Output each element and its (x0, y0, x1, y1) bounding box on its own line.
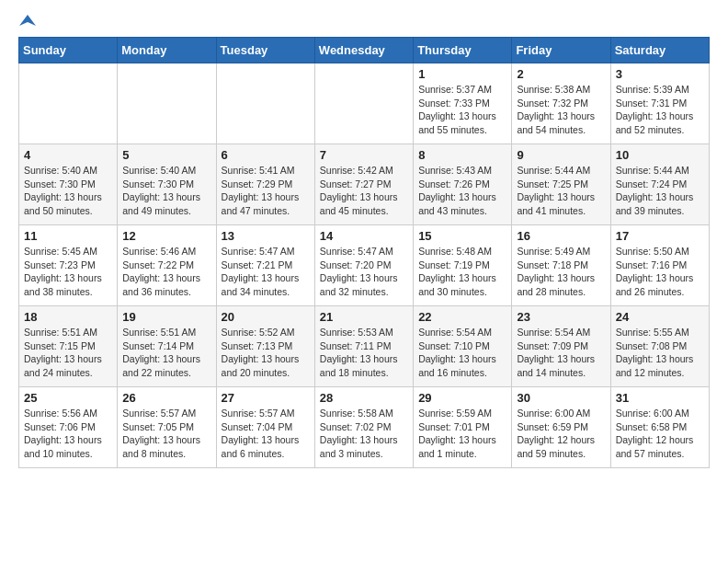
day-info: Sunrise: 5:48 AM Sunset: 7:19 PM Dayligh… (418, 245, 506, 299)
calendar-cell: 19Sunrise: 5:51 AM Sunset: 7:14 PM Dayli… (118, 306, 216, 387)
day-info: Sunrise: 5:45 AM Sunset: 7:23 PM Dayligh… (24, 245, 112, 299)
calendar-cell: 3Sunrise: 5:39 AM Sunset: 7:31 PM Daylig… (610, 63, 709, 144)
day-number: 12 (122, 229, 210, 243)
day-number: 19 (122, 310, 210, 324)
day-headers-row: SundayMondayTuesdayWednesdayThursdayFrid… (19, 38, 710, 63)
day-info: Sunrise: 6:00 AM Sunset: 6:59 PM Dayligh… (517, 407, 605, 461)
calendar-cell: 1Sunrise: 5:37 AM Sunset: 7:33 PM Daylig… (414, 63, 512, 144)
day-number: 8 (418, 148, 506, 162)
day-info: Sunrise: 5:46 AM Sunset: 7:22 PM Dayligh… (122, 245, 210, 299)
calendar-cell (19, 63, 118, 144)
day-info: Sunrise: 5:51 AM Sunset: 7:14 PM Dayligh… (122, 326, 210, 380)
day-info: Sunrise: 5:40 AM Sunset: 7:30 PM Dayligh… (24, 164, 112, 218)
day-header-saturday: Saturday (610, 38, 709, 63)
day-header-wednesday: Wednesday (314, 38, 413, 63)
day-number: 14 (320, 229, 408, 243)
day-info: Sunrise: 5:53 AM Sunset: 7:11 PM Dayligh… (320, 326, 408, 380)
calendar-cell: 15Sunrise: 5:48 AM Sunset: 7:19 PM Dayli… (414, 225, 512, 306)
calendar-cell: 21Sunrise: 5:53 AM Sunset: 7:11 PM Dayli… (314, 306, 413, 387)
day-info: Sunrise: 5:52 AM Sunset: 7:13 PM Dayligh… (222, 326, 310, 380)
day-info: Sunrise: 5:56 AM Sunset: 7:06 PM Dayligh… (24, 407, 112, 461)
day-number: 25 (24, 391, 112, 405)
day-number: 26 (122, 391, 210, 405)
svg-marker-0 (19, 15, 36, 26)
day-info: Sunrise: 5:41 AM Sunset: 7:29 PM Dayligh… (222, 164, 310, 218)
calendar-cell: 25Sunrise: 5:56 AM Sunset: 7:06 PM Dayli… (19, 387, 118, 468)
calendar-cell: 7Sunrise: 5:42 AM Sunset: 7:27 PM Daylig… (314, 144, 413, 225)
calendar-cell: 9Sunrise: 5:44 AM Sunset: 7:25 PM Daylig… (512, 144, 610, 225)
calendar-cell: 10Sunrise: 5:44 AM Sunset: 7:24 PM Dayli… (610, 144, 709, 225)
logo (18, 15, 36, 29)
day-number: 6 (222, 148, 310, 162)
calendar-cell (216, 63, 314, 144)
day-info: Sunrise: 5:38 AM Sunset: 7:32 PM Dayligh… (517, 83, 605, 137)
day-number: 27 (222, 391, 310, 405)
day-info: Sunrise: 5:59 AM Sunset: 7:01 PM Dayligh… (418, 407, 506, 461)
day-number: 15 (418, 229, 506, 243)
day-number: 23 (517, 310, 605, 324)
day-number: 29 (418, 391, 506, 405)
day-header-tuesday: Tuesday (216, 38, 314, 63)
calendar-cell: 17Sunrise: 5:50 AM Sunset: 7:16 PM Dayli… (610, 225, 709, 306)
day-info: Sunrise: 5:43 AM Sunset: 7:26 PM Dayligh… (418, 164, 506, 218)
day-info: Sunrise: 5:47 AM Sunset: 7:20 PM Dayligh… (320, 245, 408, 299)
calendar-cell: 23Sunrise: 5:54 AM Sunset: 7:09 PM Dayli… (512, 306, 610, 387)
calendar-cell: 31Sunrise: 6:00 AM Sunset: 6:58 PM Dayli… (610, 387, 709, 468)
day-info: Sunrise: 5:51 AM Sunset: 7:15 PM Dayligh… (24, 326, 112, 380)
day-info: Sunrise: 5:58 AM Sunset: 7:02 PM Dayligh… (320, 407, 408, 461)
day-info: Sunrise: 5:40 AM Sunset: 7:30 PM Dayligh… (122, 164, 210, 218)
calendar-cell: 13Sunrise: 5:47 AM Sunset: 7:21 PM Dayli… (216, 225, 314, 306)
calendar-cell: 22Sunrise: 5:54 AM Sunset: 7:10 PM Dayli… (414, 306, 512, 387)
calendar-cell: 8Sunrise: 5:43 AM Sunset: 7:26 PM Daylig… (414, 144, 512, 225)
day-info: Sunrise: 5:47 AM Sunset: 7:21 PM Dayligh… (222, 245, 310, 299)
day-info: Sunrise: 5:44 AM Sunset: 7:24 PM Dayligh… (616, 164, 704, 218)
day-number: 11 (24, 229, 112, 243)
day-header-monday: Monday (118, 38, 216, 63)
day-info: Sunrise: 5:44 AM Sunset: 7:25 PM Dayligh… (517, 164, 605, 218)
day-info: Sunrise: 5:54 AM Sunset: 7:10 PM Dayligh… (418, 326, 506, 380)
calendar-cell: 5Sunrise: 5:40 AM Sunset: 7:30 PM Daylig… (118, 144, 216, 225)
day-info: Sunrise: 5:54 AM Sunset: 7:09 PM Dayligh… (517, 326, 605, 380)
day-number: 24 (616, 310, 704, 324)
calendar-cell: 24Sunrise: 5:55 AM Sunset: 7:08 PM Dayli… (610, 306, 709, 387)
day-number: 9 (517, 148, 605, 162)
calendar-cell: 6Sunrise: 5:41 AM Sunset: 7:29 PM Daylig… (216, 144, 314, 225)
calendar-cell: 11Sunrise: 5:45 AM Sunset: 7:23 PM Dayli… (19, 225, 118, 306)
day-info: Sunrise: 5:55 AM Sunset: 7:08 PM Dayligh… (616, 326, 704, 380)
day-header-thursday: Thursday (414, 38, 512, 63)
day-number: 28 (320, 391, 408, 405)
day-number: 2 (517, 67, 605, 81)
calendar-cell: 26Sunrise: 5:57 AM Sunset: 7:05 PM Dayli… (118, 387, 216, 468)
day-info: Sunrise: 5:37 AM Sunset: 7:33 PM Dayligh… (418, 83, 506, 137)
day-number: 16 (517, 229, 605, 243)
calendar-week-1: 1Sunrise: 5:37 AM Sunset: 7:33 PM Daylig… (19, 63, 710, 144)
calendar-week-2: 4Sunrise: 5:40 AM Sunset: 7:30 PM Daylig… (19, 144, 710, 225)
day-number: 31 (616, 391, 704, 405)
header (18, 15, 710, 29)
day-number: 18 (24, 310, 112, 324)
calendar-week-4: 18Sunrise: 5:51 AM Sunset: 7:15 PM Dayli… (19, 306, 710, 387)
day-info: Sunrise: 5:49 AM Sunset: 7:18 PM Dayligh… (517, 245, 605, 299)
calendar-week-3: 11Sunrise: 5:45 AM Sunset: 7:23 PM Dayli… (19, 225, 710, 306)
calendar-cell (118, 63, 216, 144)
day-info: Sunrise: 5:50 AM Sunset: 7:16 PM Dayligh… (616, 245, 704, 299)
calendar-cell: 20Sunrise: 5:52 AM Sunset: 7:13 PM Dayli… (216, 306, 314, 387)
day-header-sunday: Sunday (19, 38, 118, 63)
calendar-cell: 16Sunrise: 5:49 AM Sunset: 7:18 PM Dayli… (512, 225, 610, 306)
day-number: 22 (418, 310, 506, 324)
calendar-cell: 28Sunrise: 5:58 AM Sunset: 7:02 PM Dayli… (314, 387, 413, 468)
day-info: Sunrise: 5:57 AM Sunset: 7:05 PM Dayligh… (122, 407, 210, 461)
calendar-cell: 4Sunrise: 5:40 AM Sunset: 7:30 PM Daylig… (19, 144, 118, 225)
day-number: 20 (222, 310, 310, 324)
calendar-cell: 2Sunrise: 5:38 AM Sunset: 7:32 PM Daylig… (512, 63, 610, 144)
calendar-table: SundayMondayTuesdayWednesdayThursdayFrid… (18, 37, 710, 468)
day-number: 7 (320, 148, 408, 162)
day-number: 4 (24, 148, 112, 162)
calendar-week-5: 25Sunrise: 5:56 AM Sunset: 7:06 PM Dayli… (19, 387, 710, 468)
day-info: Sunrise: 6:00 AM Sunset: 6:58 PM Dayligh… (616, 407, 704, 461)
day-number: 17 (616, 229, 704, 243)
day-number: 5 (122, 148, 210, 162)
calendar-cell: 14Sunrise: 5:47 AM Sunset: 7:20 PM Dayli… (314, 225, 413, 306)
calendar-cell: 12Sunrise: 5:46 AM Sunset: 7:22 PM Dayli… (118, 225, 216, 306)
day-info: Sunrise: 5:57 AM Sunset: 7:04 PM Dayligh… (222, 407, 310, 461)
